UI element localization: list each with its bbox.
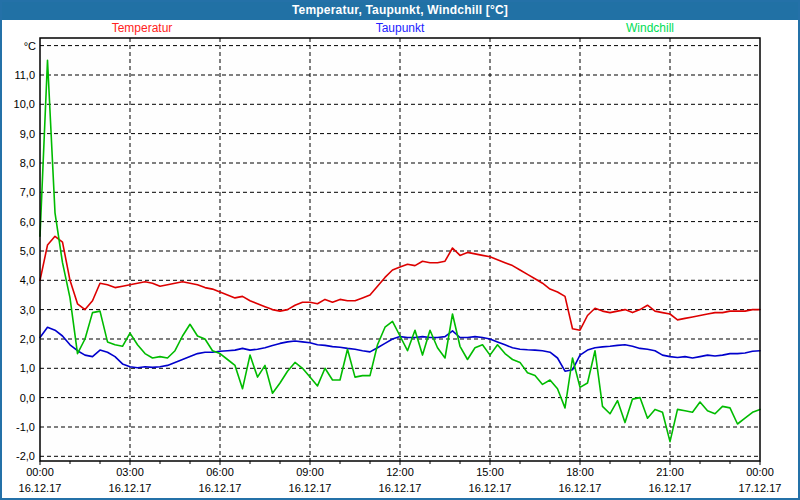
svg-text:°C: °C	[24, 40, 36, 52]
chart-window: Temperatur, Taupunkt, Windchill [°C] Tem…	[0, 0, 800, 500]
svg-text:0,0: 0,0	[20, 392, 35, 404]
svg-text:16.12.17: 16.12.17	[109, 482, 152, 494]
svg-text:18:00: 18:00	[566, 466, 594, 478]
svg-text:9,0: 9,0	[20, 128, 35, 140]
legend-taupunkt: Taupunkt	[376, 21, 425, 35]
svg-text:2,0: 2,0	[20, 333, 35, 345]
svg-text:09:00: 09:00	[296, 466, 324, 478]
svg-text:21:00: 21:00	[656, 466, 684, 478]
svg-text:12:00: 12:00	[386, 466, 414, 478]
svg-text:17.12.17: 17.12.17	[739, 482, 782, 494]
svg-text:16.12.17: 16.12.17	[199, 482, 242, 494]
svg-text:3,0: 3,0	[20, 304, 35, 316]
svg-text:03:00: 03:00	[116, 466, 144, 478]
svg-text:15:00: 15:00	[476, 466, 504, 478]
svg-text:1,0: 1,0	[20, 362, 35, 374]
svg-text:00:00: 00:00	[26, 466, 54, 478]
window-title: Temperatur, Taupunkt, Windchill [°C]	[0, 0, 800, 20]
svg-text:16.12.17: 16.12.17	[649, 482, 692, 494]
svg-text:00:00: 00:00	[746, 466, 774, 478]
chart-legend: Temperatur Taupunkt Windchill	[0, 21, 800, 37]
svg-text:16.12.17: 16.12.17	[19, 482, 62, 494]
svg-text:4,0: 4,0	[20, 274, 35, 286]
svg-text:7,0: 7,0	[20, 186, 35, 198]
svg-text:-1,0: -1,0	[16, 421, 35, 433]
svg-text:06:00: 06:00	[206, 466, 234, 478]
legend-windchill: Windchill	[626, 21, 674, 35]
svg-text:10,0: 10,0	[14, 98, 35, 110]
svg-text:16.12.17: 16.12.17	[379, 482, 422, 494]
svg-text:6,0: 6,0	[20, 216, 35, 228]
svg-text:16.12.17: 16.12.17	[289, 482, 332, 494]
svg-text:16.12.17: 16.12.17	[469, 482, 512, 494]
chart-canvas: 11,010,09,08,07,06,05,04,03,02,01,00,0-1…	[0, 0, 800, 500]
legend-temperatur: Temperatur	[112, 21, 173, 35]
svg-text:16.12.17: 16.12.17	[559, 482, 602, 494]
svg-text:5,0: 5,0	[20, 245, 35, 257]
svg-text:-2,0: -2,0	[16, 450, 35, 462]
svg-text:11,0: 11,0	[14, 69, 35, 81]
svg-text:8,0: 8,0	[20, 157, 35, 169]
